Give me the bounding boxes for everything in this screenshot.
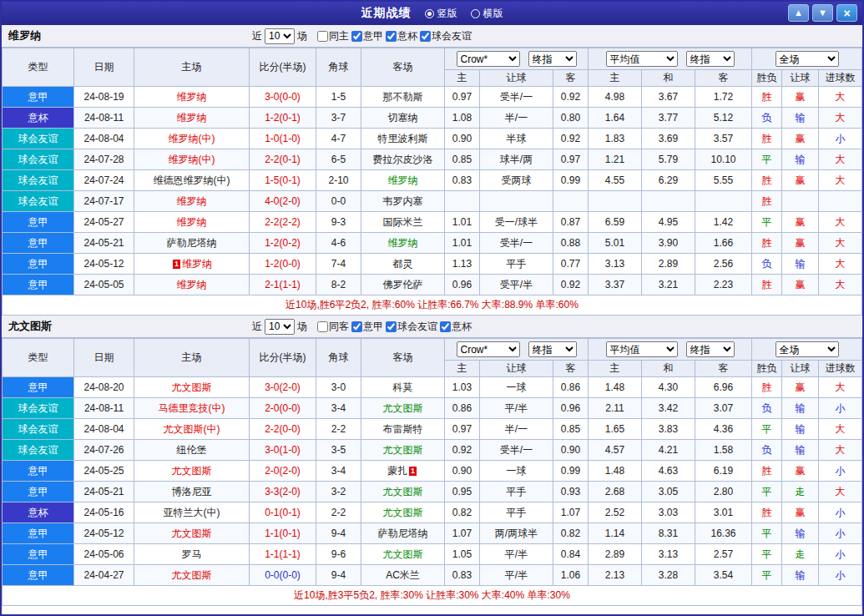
layout-radio-vertical[interactable]: 竖版 xyxy=(425,7,457,21)
match-score: 3-0(1-0) xyxy=(250,440,316,461)
filter-checkbox[interactable]: 意甲 xyxy=(349,320,383,334)
home-team-cell[interactable]: 亚特兰大(中) xyxy=(134,502,250,523)
filter-checkbox-input[interactable] xyxy=(317,321,328,332)
away-team-cell[interactable]: 都灵 xyxy=(361,254,445,275)
away-team-cell[interactable]: 维罗纳 xyxy=(361,233,445,254)
handicap-line: 受半/一 xyxy=(480,87,553,108)
away-team-cell[interactable]: 那不勒斯 xyxy=(361,87,445,108)
titlebar: 近期战绩 竖版 横版 ▲ ▼ × xyxy=(2,2,862,25)
avg-draw-odds: 4.95 xyxy=(642,212,695,233)
home-team-cell[interactable]: 罗马 xyxy=(134,544,250,565)
away-team-cell[interactable]: 韦罗内塞 xyxy=(361,191,445,212)
home-team-cell[interactable]: 维罗纳 xyxy=(134,191,250,212)
bookmaker-select[interactable]: Crow* xyxy=(457,341,520,357)
home-team-cell[interactable]: 萨勒尼塔纳 xyxy=(134,233,250,254)
final-index-select-2[interactable]: 终指 xyxy=(686,51,735,67)
away-team-cell[interactable]: 国际米兰 xyxy=(361,212,445,233)
home-team-cell[interactable]: 维罗纳 xyxy=(134,212,250,233)
avg-away-odds: 5.55 xyxy=(695,170,752,191)
filter-checkboxes: 同主意甲意杯球会友谊 xyxy=(315,29,472,43)
away-team-cell[interactable]: 尤文图斯 xyxy=(361,440,445,461)
filter-checkbox-input[interactable] xyxy=(386,321,397,332)
home-team-cell[interactable]: 维罗纳 xyxy=(134,87,250,108)
away-team-cell[interactable]: 萨勒尼塔纳 xyxy=(361,523,445,544)
team-name-text: 维罗纳(中) xyxy=(169,154,215,165)
away-team-cell[interactable]: 佛罗伦萨 xyxy=(361,275,445,295)
filter-checkbox[interactable]: 意甲 xyxy=(349,29,383,43)
col-header-home: 主场 xyxy=(134,48,250,87)
home-team-cell[interactable]: 维罗纳 xyxy=(134,275,250,295)
handicap-home-odds: 0.86 xyxy=(445,398,480,419)
team-name-text: 亚特兰大(中) xyxy=(164,507,220,518)
scope-select[interactable]: 全场 xyxy=(776,341,839,357)
move-down-button[interactable]: ▼ xyxy=(812,4,833,22)
home-team-cell[interactable]: 纽伦堡 xyxy=(134,440,250,461)
away-team-cell[interactable]: 特里波利斯 xyxy=(361,129,445,149)
away-team-cell[interactable]: 尤文图斯 xyxy=(361,502,445,523)
filter-checkbox-input[interactable] xyxy=(420,31,431,42)
handicap-away-odds: 0.87 xyxy=(553,212,589,233)
away-team-cell[interactable]: 费拉尔皮沙洛 xyxy=(361,149,445,170)
filter-checkbox[interactable]: 球会友谊 xyxy=(383,320,437,334)
layout-radio-horizontal[interactable]: 横版 xyxy=(471,7,503,21)
away-team-cell[interactable]: 布雷斯特 xyxy=(361,419,445,440)
average-odds-select[interactable]: 平均值 xyxy=(606,51,678,67)
away-team-cell[interactable]: AC米兰 xyxy=(361,565,445,586)
home-team-cell[interactable]: 尤文图斯 xyxy=(134,565,250,586)
games-label: 场 xyxy=(297,320,307,334)
away-team-cell[interactable]: 切塞纳 xyxy=(361,108,445,129)
filter-checkbox-input[interactable] xyxy=(351,321,362,332)
scope-select[interactable]: 全场 xyxy=(776,51,839,67)
filter-checkbox[interactable]: 球会友谊 xyxy=(417,29,472,43)
final-index-select[interactable]: 终指 xyxy=(528,51,577,67)
away-team-cell[interactable]: 科莫 xyxy=(361,377,445,398)
filter-checkbox[interactable]: 同客 xyxy=(315,320,349,334)
match-row: 意甲24-08-20尤文图斯3-0(2-0)3-0科莫1.03一球0.861.4… xyxy=(3,377,862,398)
team-name-text: 那不勒斯 xyxy=(383,91,423,103)
home-team-cell[interactable]: 尤文图斯 xyxy=(134,377,250,398)
recent-count-select[interactable]: 10 xyxy=(265,319,295,335)
home-team-cell[interactable]: 尤文图斯 xyxy=(134,461,250,482)
away-team-cell[interactable]: 尤文图斯 xyxy=(361,482,445,502)
final-index-select[interactable]: 终指 xyxy=(528,341,577,357)
avg-home-odds: 1.83 xyxy=(589,129,642,149)
home-team-cell[interactable]: 维罗纳(中) xyxy=(134,129,250,149)
avg-draw-odds: 3.21 xyxy=(642,275,695,295)
away-team-cell[interactable]: 尤文图斯 xyxy=(361,398,445,419)
home-team-cell[interactable]: 维罗纳(中) xyxy=(134,149,250,170)
filter-checkbox-input[interactable] xyxy=(440,321,451,332)
result-handicap: 输 xyxy=(782,149,819,170)
away-team-cell[interactable]: 尤文图斯 xyxy=(361,544,445,565)
filter-checkbox-input[interactable] xyxy=(386,31,397,42)
home-team-cell[interactable]: 马德里竞技(中) xyxy=(134,398,250,419)
home-team-cell[interactable]: 尤文图斯(中) xyxy=(134,419,250,440)
home-team-cell[interactable]: 尤文图斯 xyxy=(134,523,250,544)
away-team-cell[interactable]: 蒙扎1 xyxy=(361,461,445,482)
recent-count-select[interactable]: 10 xyxy=(265,28,295,44)
away-team-cell[interactable]: 维罗纳 xyxy=(361,170,445,191)
match-row: 意甲24-05-21博洛尼亚3-3(2-0)3-2尤文图斯0.95平手0.932… xyxy=(3,482,862,502)
average-odds-select[interactable]: 平均值 xyxy=(606,341,678,357)
final-index-select-2[interactable]: 终指 xyxy=(686,341,735,357)
home-team-cell[interactable]: 维德恩维罗纳(中) xyxy=(134,170,250,191)
handicap-home-odds: 1.07 xyxy=(445,523,480,544)
result-handicap: 赢 xyxy=(782,275,819,295)
home-team-cell[interactable]: 维罗纳 xyxy=(134,108,250,129)
team-name: 维罗纳 xyxy=(8,28,41,43)
home-team-cell[interactable]: 博洛尼亚 xyxy=(134,482,250,502)
match-type-badge: 球会友谊 xyxy=(3,170,74,191)
filter-checkbox[interactable]: 同主 xyxy=(315,29,349,43)
team-name-text: 佛罗伦萨 xyxy=(383,279,423,290)
result-outcome: 胜 xyxy=(752,233,782,254)
bookmaker-select[interactable]: Crow* xyxy=(457,51,520,67)
filter-checkbox[interactable]: 意杯 xyxy=(383,29,417,43)
team-section: 维罗纳 近 10 场 同主意甲意杯球会友谊 类型 日期 主场 比分(半场) xyxy=(2,25,862,316)
filter-checkbox[interactable]: 意杯 xyxy=(437,320,472,334)
team-name-text: 维罗纳 xyxy=(177,91,207,103)
home-team-cell[interactable]: 1维罗纳 xyxy=(134,254,250,275)
filter-checkbox-input[interactable] xyxy=(317,31,328,42)
close-button[interactable]: × xyxy=(836,4,857,22)
move-up-button[interactable]: ▲ xyxy=(788,4,809,22)
result-goals: 大 xyxy=(819,149,862,170)
filter-checkbox-input[interactable] xyxy=(351,31,362,42)
